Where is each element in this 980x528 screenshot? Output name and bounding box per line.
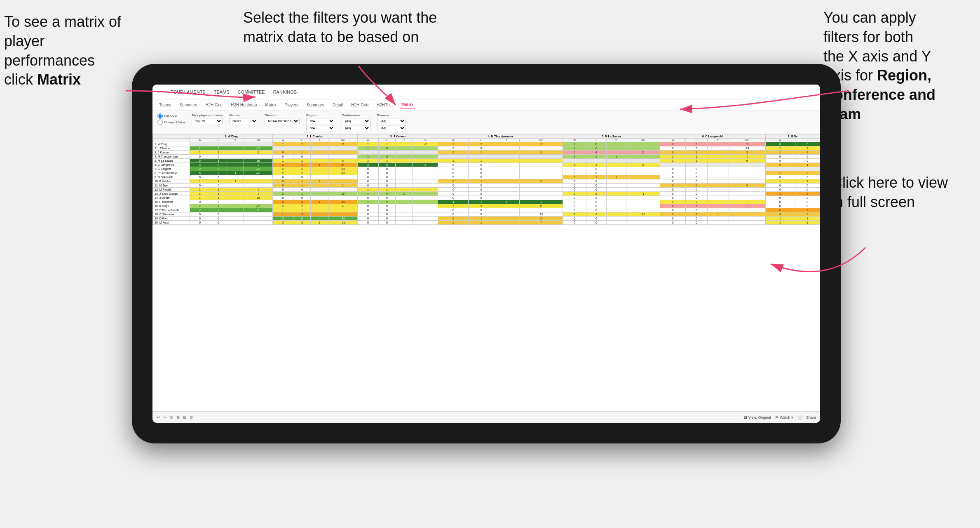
matrix-cell: 0 [210,221,227,225]
matrix-cell [606,184,626,188]
undo-icon[interactable]: ↩ [157,415,160,420]
matrix-cell: 1 [765,221,795,225]
matrix-cell [729,217,765,221]
matrix-cell: 0 [210,208,227,212]
matrix-cell: 0 [795,188,820,192]
matrix-cell: 0 [438,196,469,200]
matrix-cell: 0 [272,184,293,188]
matrix-cell: 0 [660,167,686,171]
matrix-cell: 1 [272,142,293,146]
matrix-cell: 0 [378,212,396,217]
matrix-cell [494,151,520,155]
matrix-cell [227,208,244,212]
tool3-icon[interactable]: ⊞ [183,415,186,420]
matrix-cell [244,221,273,225]
matrix-cell [519,146,563,151]
matrix-cell: 0 [686,175,707,179]
matrix-cell [227,221,244,225]
nav-teams[interactable]: TEAMS [214,90,230,94]
table-row: 7. G Sargent20-1622-1500000000 [153,167,820,171]
matrix-cell: 1 [190,151,210,155]
tool1-icon[interactable]: ⊙ [170,415,173,420]
players-select1[interactable]: (All) [377,118,406,124]
watch-label[interactable]: 👁 Watch ▾ [775,415,793,420]
subnav-detail[interactable]: Detail [331,102,345,108]
subnav-summary2[interactable]: Summary [305,102,326,108]
matrix-cell [729,179,765,184]
col-header-1: 1. W Ding [190,134,273,139]
gender-select[interactable]: Men's [229,118,258,124]
matrix-cell: 0 [765,184,795,188]
matrix-cell: 5 [686,204,707,208]
matrix-cell [519,159,563,163]
matrix-container[interactable]: 1. W Ding 2. L Clanton 3. J Koivun 4. M … [152,134,820,406]
matrix-cell [626,146,660,151]
matrix-cell: 0 [660,175,686,179]
bottom-toolbar: ↩ ↪ ⊙ ⊕ ⊞ ⊘ 🖼 View: Original 👁 Watch ▾ ⬜… [152,411,820,423]
compact-view-option[interactable]: Compact View [157,120,185,125]
subnav-h2hth[interactable]: H2HTh... [375,102,395,108]
compact-view-radio[interactable] [157,120,163,125]
matrix-cell [413,179,438,184]
view-original-label[interactable]: 🖼 View: Original [743,415,771,420]
subnav-h2h-grid2[interactable]: H2H Grid [349,102,370,108]
share-icon[interactable]: ⬜ [797,415,802,420]
matrix-cell [707,163,729,167]
redo-icon[interactable]: ↪ [163,415,166,420]
matrix-cell [707,146,729,151]
matrix-cell [494,204,520,208]
player-name-cell: 11. M Ege [153,184,190,188]
matrix-cell [729,208,765,212]
matrix-cell: 1 [795,217,820,221]
matrix-cell: 1 [469,159,494,163]
share-label[interactable]: Share [806,415,816,420]
tool2-icon[interactable]: ⊕ [176,415,180,420]
nav-rankings[interactable]: RANKINGS [273,90,297,94]
matrix-cell: 1 [795,163,820,167]
nav-committee[interactable]: COMMITTEE [238,90,265,94]
matrix-cell [519,167,563,171]
matrix-cell [396,167,413,171]
subnav-players[interactable]: Players [283,102,300,108]
matrix-cell [396,159,413,163]
region-select1[interactable]: N/A [306,118,335,124]
matrix-cell: 3 [795,192,820,196]
matrix-cell [311,196,328,200]
full-view-option[interactable]: Full View [157,113,185,119]
sh-w7: W [765,139,795,142]
matrix-cell: 5 [795,212,820,217]
subnav-matrix-active[interactable]: Matrix [400,101,415,108]
matrix-cell [626,179,660,184]
matrix-cell [494,212,520,217]
matrix-cell: 0 [469,163,494,167]
matrix-cell: -3 [244,163,273,167]
nav-tournaments[interactable]: TOURNAMENTS [171,90,206,94]
player-name-cell: 12. M Riedel [153,188,190,192]
matrix-cell [227,159,244,163]
players-select2[interactable]: (All) [377,125,406,131]
matrix-cell [606,167,626,171]
tool4-icon[interactable]: ⊘ [190,415,193,420]
matrix-cell [519,163,563,167]
matrix-cell [413,196,438,200]
region-select2[interactable]: N/A [306,125,335,131]
matrix-cell [494,184,520,188]
subnav-matrix-left[interactable]: Matrix [263,102,278,108]
subnav-h2h-heatmap[interactable]: H2H Heatmap [229,102,258,108]
conference-select2[interactable]: (All) [342,125,370,131]
matrix-cell [626,221,660,225]
matrix-cell: 0 [358,212,378,217]
subnav-h2h-grid[interactable]: H2H Grid [204,102,224,108]
matrix-cell [660,163,686,167]
matrix-cell: 8 [686,142,707,146]
division-select[interactable]: NCAA Division I [265,118,300,124]
col-header-4: 4. M Thorbjornsen [438,134,563,139]
subnav-teams[interactable]: Teams [157,102,173,108]
subnav-summary[interactable]: Summary [178,102,199,108]
full-view-radio[interactable] [157,113,163,119]
matrix-cell [210,142,227,146]
conference-select1[interactable]: (All) [342,118,370,124]
max-players-select[interactable]: Top 25 [192,118,223,124]
player-name-cell: 18. C Sherwood [153,212,190,217]
matrix-cell: 3 [293,212,311,217]
